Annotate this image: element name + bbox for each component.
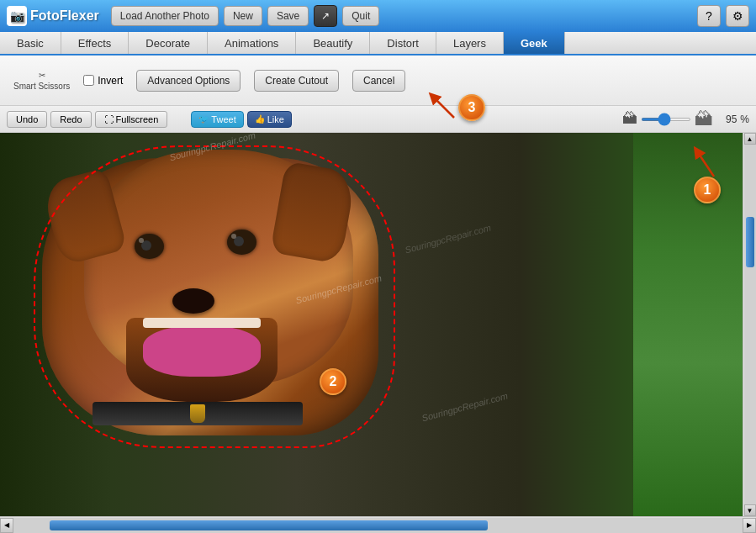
zoom-value: 95	[716, 113, 737, 125]
help-button[interactable]: ?	[697, 5, 721, 27]
fullscreen-button[interactable]: ⛶ Fullscreen	[95, 111, 168, 128]
load-photo-button[interactable]: Load Another Photo	[111, 6, 219, 26]
advanced-options-button[interactable]: Advanced Options	[136, 70, 241, 92]
app-logo: 📷 FotoFlexer	[7, 6, 99, 26]
zoom-in-icon: 🏔	[695, 108, 713, 130]
twitter-icon: 🐦	[198, 114, 209, 124]
logo-icon: 📷	[7, 6, 27, 26]
action-bar: Undo Redo ⛶ Fullscreen 🐦 Tweet 👍 Like 🏔 …	[0, 106, 756, 133]
save-button[interactable]: Save	[267, 6, 309, 26]
tab-animations[interactable]: Animations	[208, 32, 296, 54]
zoom-out-icon: 🏔	[622, 110, 637, 128]
green-background	[633, 133, 743, 516]
dog-nose	[172, 288, 214, 314]
fullscreen-label: Fullscreen	[116, 114, 159, 124]
image-canvas[interactable]: SouringpcRepair.com SouringpcRepair.com …	[0, 133, 743, 516]
export-icon-button[interactable]: ↗	[314, 5, 337, 27]
invert-checkbox[interactable]	[83, 75, 94, 86]
tweet-button[interactable]: 🐦 Tweet	[191, 111, 243, 128]
bottom-scrollbar: ◀ ▶	[0, 516, 756, 533]
tab-distort[interactable]: Distort	[370, 32, 436, 54]
tool-label: Smart Scissors	[13, 82, 70, 91]
redo-button[interactable]: Redo	[50, 111, 91, 128]
settings-icon: ⚙	[732, 9, 743, 23]
scroll-up-arrow[interactable]: ▲	[744, 133, 756, 145]
h-scroll-track[interactable]	[13, 518, 743, 533]
zoom-slider[interactable]	[641, 118, 691, 121]
canvas-row: SouringpcRepair.com SouringpcRepair.com …	[0, 133, 756, 516]
help-icon: ?	[706, 9, 712, 23]
main-content: SouringpcRepair.com SouringpcRepair.com …	[0, 133, 756, 533]
tab-beautify[interactable]: Beautify	[296, 32, 370, 54]
scroll-track[interactable]	[744, 145, 756, 504]
zoom-percent: %	[740, 113, 749, 125]
new-button[interactable]: New	[224, 6, 262, 26]
invert-label: Invert	[98, 75, 123, 87]
dog-teeth	[143, 318, 261, 328]
smart-scissors-tool[interactable]: ✂ Smart Scissors	[13, 71, 70, 91]
scroll-thumb	[746, 217, 754, 267]
like-button[interactable]: 👍 Like	[247, 111, 292, 128]
dog-mouth	[126, 318, 278, 402]
fullscreen-icon: ⛶	[104, 114, 114, 124]
scroll-left-arrow[interactable]: ◀	[0, 518, 13, 533]
scroll-down-arrow[interactable]: ▼	[744, 504, 756, 516]
cancel-button[interactable]: Cancel	[352, 70, 405, 92]
tab-decorate[interactable]: Decorate	[129, 32, 208, 54]
create-cutout-button[interactable]: Create Cutout	[254, 70, 339, 92]
tab-basic[interactable]: Basic	[0, 32, 61, 54]
scroll-right-arrow[interactable]: ▶	[743, 518, 756, 533]
dog-collar	[93, 402, 303, 425]
zoom-controls: 🏔 🏔 95 %	[622, 108, 749, 130]
tab-geek[interactable]: Geek	[504, 32, 565, 54]
tool-bar: ✂ Smart Scissors Invert Advanced Options…	[0, 55, 756, 106]
dog-eye-right	[227, 230, 256, 255]
tab-layers[interactable]: Layers	[436, 32, 504, 54]
top-bar: 📷 FotoFlexer Load Another Photo New Save…	[0, 0, 756, 32]
nav-tabs: Basic Effects Decorate Animations Beauti…	[0, 32, 756, 55]
app-title: FotoFlexer	[30, 8, 99, 24]
right-scrollbar: ▲ ▼	[743, 133, 756, 516]
dog-tongue	[143, 326, 261, 377]
tweet-label: Tweet	[211, 114, 235, 124]
quit-button[interactable]: Quit	[342, 6, 379, 26]
dog-eye-left	[135, 234, 164, 259]
facebook-icon: 👍	[255, 114, 265, 124]
invert-checkbox-label[interactable]: Invert	[83, 75, 123, 87]
like-label: Like	[267, 114, 284, 124]
undo-button[interactable]: Undo	[7, 111, 47, 128]
tab-effects[interactable]: Effects	[61, 32, 130, 54]
settings-button[interactable]: ⚙	[726, 5, 749, 27]
scissors-icon: ✂	[39, 71, 45, 80]
h-scroll-thumb	[50, 520, 487, 530]
